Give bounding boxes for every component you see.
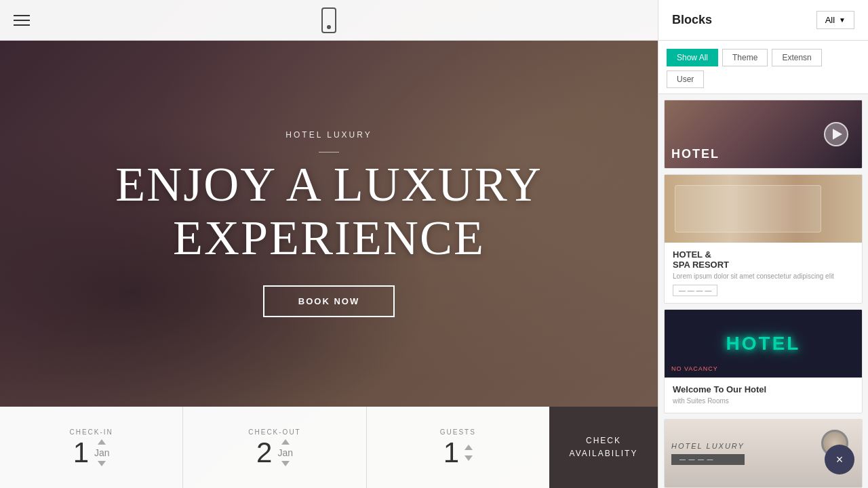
check-availability-line1: CHECK — [586, 434, 621, 447]
guests-field: GUESTS 1 — [367, 407, 549, 488]
block3-subtitle: with Suites Rooms — [673, 396, 854, 406]
guests-value-row: 1 — [443, 439, 473, 467]
phone-icon — [321, 7, 336, 33]
hamburger-menu-icon[interactable] — [14, 15, 30, 26]
filter-tabs: Show All Theme Extensn User — [658, 41, 868, 94]
guests-up-arrow[interactable] — [465, 445, 473, 450]
block3-title: Welcome To Our Hotel — [673, 384, 854, 394]
all-dropdown-button[interactable]: All ▼ — [816, 11, 854, 29]
hero-divider — [319, 152, 339, 152]
tab-theme[interactable]: Theme — [722, 49, 768, 66]
phone-device-icon — [321, 7, 336, 33]
checkin-value-row: 1 Jan — [73, 439, 110, 467]
block-thumb-welcome-hotel: HOTEL NO VACANCY — [665, 310, 862, 378]
tab-extensn[interactable]: Extensn — [772, 49, 821, 66]
block2-title: HOTEL &SPA RESORT — [673, 249, 854, 270]
blocks-list: HOTEL HOTEL &SPA RESORT Lorem ipsum dolo… — [658, 94, 868, 488]
block1-hotel-text: HOTEL — [671, 147, 719, 161]
checkin-down-arrow[interactable] — [98, 461, 106, 466]
block3-info: Welcome To Our Hotel with Suites Rooms — [665, 378, 862, 413]
block-thumb-hotel-video: HOTEL — [665, 100, 862, 168]
play-button-icon[interactable] — [824, 122, 848, 146]
checkin-number: 1 — [73, 439, 89, 467]
hero-title: ENJOY A LUXURY EXPERIENCE — [115, 158, 542, 265]
block4-btn: — — — — — [671, 454, 745, 465]
hotel-subtitle: HOTEL LUXURY — [285, 130, 372, 140]
tab-user[interactable]: User — [667, 70, 704, 88]
right-panel: Blocks All ▼ Show All Theme Extensn User… — [658, 0, 868, 488]
main-content-area: HOTEL LUXURY ENJOY A LUXURY EXPERIENCE B… — [0, 0, 658, 488]
block4-text: HOTEL LUXURY — [671, 442, 745, 450]
booking-fields: CHECK-IN 1 Jan CHECK-OUT 2 — [0, 407, 549, 488]
booking-bar: CHECK-IN 1 Jan CHECK-OUT 2 — [0, 407, 658, 488]
no-vacancy-text: NO VACANCY — [671, 365, 718, 372]
blocks-title: Blocks — [672, 13, 712, 27]
checkout-month: Jan — [277, 447, 293, 458]
chevron-down-icon: ▼ — [839, 16, 846, 24]
guests-down-arrow[interactable] — [465, 455, 473, 461]
checkout-number: 2 — [256, 439, 272, 467]
checkin-month-control: Jan — [94, 439, 110, 466]
block-item-welcome-hotel[interactable]: HOTEL NO VACANCY Welcome To Our Hotel wi… — [664, 309, 863, 413]
right-panel-header: Blocks All ▼ — [658, 0, 868, 41]
checkin-field: CHECK-IN 1 Jan — [0, 407, 183, 488]
top-bar — [0, 0, 658, 41]
checkout-up-arrow[interactable] — [281, 439, 290, 445]
hero-title-line2: EXPERIENCE — [173, 211, 485, 265]
guests-arrows — [465, 445, 473, 461]
block2-info: HOTEL &SPA RESORT Lorem ipsum dolor sit … — [665, 243, 862, 303]
book-now-button[interactable]: BOOK NOW — [263, 285, 395, 317]
block-item-hotel-spa[interactable]: HOTEL &SPA RESORT Lorem ipsum dolor sit … — [664, 174, 863, 304]
block2-link[interactable]: — — — — — [673, 285, 717, 296]
guests-number: 1 — [443, 439, 459, 467]
block-item-hotel-video[interactable]: HOTEL — [664, 100, 863, 169]
checkin-label: CHECK-IN — [69, 428, 113, 436]
checkout-label: CHECK-OUT — [248, 428, 300, 436]
close-fab-button[interactable]: × — [825, 445, 854, 474]
checkout-field: CHECK-OUT 2 Jan — [183, 407, 366, 488]
neon-hotel-text: HOTEL — [726, 333, 801, 354]
block-thumb-hotel-spa — [665, 175, 862, 243]
checkin-up-arrow[interactable] — [98, 439, 106, 445]
checkin-month: Jan — [94, 447, 110, 458]
check-availability-button[interactable]: CHECK AVAILABILITY — [549, 407, 658, 488]
check-availability-line2: AVAILABILITY — [570, 447, 638, 460]
play-triangle-icon — [833, 129, 842, 140]
tab-show-all[interactable]: Show All — [667, 49, 718, 66]
all-dropdown-label: All — [825, 15, 835, 25]
hero-title-line1: ENJOY A LUXURY — [115, 157, 542, 211]
guests-label: GUESTS — [440, 428, 476, 436]
block2-desc: Lorem ipsum dolor sit amet consectetur a… — [673, 272, 854, 281]
checkout-month-control: Jan — [277, 439, 293, 466]
checkout-value-row: 2 Jan — [256, 439, 293, 467]
checkout-down-arrow[interactable] — [281, 461, 290, 466]
